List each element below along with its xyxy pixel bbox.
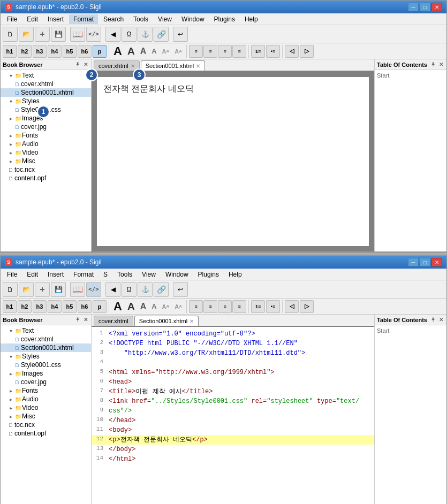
- b-tree-fonts-folder[interactable]: ▸ 📁 Fonts: [1, 386, 91, 395]
- b-tab-section-close[interactable]: ✕: [190, 318, 194, 324]
- toc-close-btn[interactable]: ✕: [438, 62, 444, 67]
- menu-tools[interactable]: Tools: [129, 14, 153, 24]
- tree-fonts-folder[interactable]: ▸ 📁 Fonts: [1, 131, 91, 140]
- top-editor-content[interactable]: 전자책 전문회사 네오딕: [92, 72, 374, 251]
- b-prev-button[interactable]: ◀: [105, 282, 120, 297]
- menu-format[interactable]: Format: [69, 14, 98, 24]
- b-link-button[interactable]: 🔗: [154, 282, 169, 297]
- b-menu-search[interactable]: S: [99, 270, 112, 279]
- indent-button[interactable]: ▷: [300, 45, 314, 58]
- b-align-right-button[interactable]: ≡: [218, 300, 232, 313]
- b-tree-images-folder[interactable]: ▸ 📁 Images: [1, 369, 91, 378]
- minimize-button-bottom[interactable]: ─: [408, 258, 419, 266]
- b-menu-edit[interactable]: Edit: [22, 270, 42, 279]
- tree-video-folder[interactable]: ▸ 📁 Video: [1, 148, 91, 157]
- b-tree-style0001-css[interactable]: 🗋 Style0001.css: [1, 361, 91, 369]
- close-button-bottom[interactable]: ✕: [431, 258, 442, 266]
- tab-section-close[interactable]: ✕: [196, 63, 200, 69]
- font-superscript[interactable]: AA: [172, 45, 184, 58]
- b-h5-button[interactable]: h5: [63, 300, 77, 313]
- b-font-large[interactable]: A: [111, 300, 124, 313]
- link-button[interactable]: 🔗: [154, 27, 169, 42]
- menu-window[interactable]: Window: [177, 14, 209, 24]
- b-anchor-button[interactable]: ⚓: [138, 282, 153, 297]
- menu-edit[interactable]: Edit: [22, 14, 42, 24]
- b-h1-button[interactable]: h1: [3, 300, 17, 313]
- tree-cover-xhtml[interactable]: 🗋 cover.xhtml: [1, 80, 91, 88]
- tree-content-opf[interactable]: 🗋 content.opf: [1, 174, 91, 182]
- b-menu-view[interactable]: View: [138, 270, 160, 279]
- b-h4-button[interactable]: h4: [48, 300, 62, 313]
- b-font-xsmall[interactable]: AA: [160, 300, 172, 313]
- h2-button[interactable]: h2: [18, 45, 32, 58]
- b-font-normal[interactable]: A: [138, 300, 149, 313]
- tab-cover-xhtml[interactable]: cover.xhtml ✕: [94, 60, 140, 71]
- b-save-button[interactable]: 💾: [51, 282, 66, 297]
- b-font-superscript[interactable]: AA: [172, 300, 184, 313]
- close-button[interactable]: ✕: [431, 3, 442, 11]
- b-tab-section0001[interactable]: Section0001.xhtml ✕: [134, 316, 199, 326]
- tree-text-folder[interactable]: ▾ 📁 Text: [1, 71, 91, 80]
- b-tree-cover-jpg[interactable]: 🗋 cover.jpg: [1, 378, 91, 386]
- outdent-button[interactable]: ◁: [285, 45, 299, 58]
- tree-misc-folder[interactable]: ▸ 📁 Misc: [1, 157, 91, 165]
- align-justify-button[interactable]: ≡: [232, 45, 246, 58]
- b-add-button[interactable]: +: [35, 282, 50, 297]
- b-h3-button[interactable]: h3: [33, 300, 47, 313]
- tree-audio-folder[interactable]: ▸ 📁 Audio: [1, 140, 91, 148]
- font-medium[interactable]: A: [125, 45, 137, 58]
- align-left-button[interactable]: ≡: [189, 45, 203, 58]
- b-align-center-button[interactable]: ≡: [203, 300, 217, 313]
- tab-cover-close[interactable]: ✕: [131, 63, 135, 69]
- b-open-button[interactable]: 📂: [19, 282, 34, 297]
- b-indent-button[interactable]: ▷: [300, 300, 314, 313]
- new-button[interactable]: 🗋: [3, 27, 18, 42]
- b-tab-cover-xhtml[interactable]: cover.xhtml: [94, 316, 133, 326]
- b-menu-insert[interactable]: Insert: [43, 270, 68, 279]
- b-tree-section0001-xhtml[interactable]: 🗋 Section0001.xhtml: [1, 343, 91, 352]
- save-button[interactable]: 💾: [51, 27, 66, 42]
- tree-cover-jpg[interactable]: 🗋 cover.jpg: [1, 123, 91, 131]
- b-toc-close-btn[interactable]: ✕: [438, 317, 444, 323]
- h4-button[interactable]: h4: [48, 45, 62, 58]
- open-button[interactable]: 📂: [19, 27, 34, 42]
- b-book-view-button[interactable]: 📖: [70, 282, 85, 297]
- b-code-view-button[interactable]: </>: [86, 282, 101, 297]
- b-bb-pin-btn[interactable]: 🖈: [74, 317, 81, 323]
- b-h6-button[interactable]: h6: [78, 300, 92, 313]
- b-toc-pin-btn[interactable]: 🖈: [429, 317, 437, 323]
- maximize-button[interactable]: □: [420, 3, 430, 11]
- b-tree-cover-xhtml[interactable]: 🗋 cover.xhtml: [1, 335, 91, 343]
- b-font-medium[interactable]: A: [125, 300, 137, 313]
- code-view-button[interactable]: </>: [86, 27, 101, 42]
- b-menu-plugins[interactable]: Plugins: [194, 270, 223, 279]
- menu-help[interactable]: Help: [240, 14, 262, 24]
- b-h2-button[interactable]: h2: [18, 300, 32, 313]
- menu-plugins[interactable]: Plugins: [210, 14, 239, 24]
- maximize-button-bottom[interactable]: □: [420, 258, 430, 266]
- b-tree-text-folder[interactable]: ▾ 📁 Text: [1, 326, 91, 335]
- prev-button[interactable]: ◀: [105, 27, 120, 42]
- align-right-button[interactable]: ≡: [218, 45, 232, 58]
- font-xsmall[interactable]: AA: [160, 45, 172, 58]
- b-tree-toc-ncx[interactable]: 🗋 toc.ncx: [1, 421, 91, 429]
- b-font-small[interactable]: A: [149, 300, 158, 313]
- b-list-ul-button[interactable]: •≡: [266, 300, 280, 313]
- b-menu-tools[interactable]: Tools: [113, 270, 137, 279]
- h3-button[interactable]: h3: [33, 45, 47, 58]
- b-tree-audio-folder[interactable]: ▸ 📁 Audio: [1, 395, 91, 403]
- undo-button[interactable]: ↩: [173, 27, 188, 42]
- b-tree-styles-folder[interactable]: ▾ 📁 Styles: [1, 352, 91, 361]
- align-center-button[interactable]: ≡: [203, 45, 217, 58]
- b-menu-format[interactable]: Format: [69, 270, 98, 279]
- h5-button[interactable]: h5: [63, 45, 77, 58]
- b-list-ol-button[interactable]: 1≡: [251, 300, 265, 313]
- tab-section0001[interactable]: Section0001.xhtml ✕: [141, 60, 206, 71]
- font-large[interactable]: A: [111, 45, 124, 58]
- b-tree-content-opf[interactable]: 🗋 content.opf: [1, 429, 91, 438]
- special-chars-button[interactable]: Ω: [122, 27, 137, 42]
- b-p-button[interactable]: p: [93, 300, 107, 313]
- code-editor[interactable]: 1<?xml version="1.0" encoding="utf-8"?>2…: [92, 327, 374, 504]
- bb-pin-btn[interactable]: 🖈: [74, 62, 81, 67]
- add-button[interactable]: +: [35, 27, 50, 42]
